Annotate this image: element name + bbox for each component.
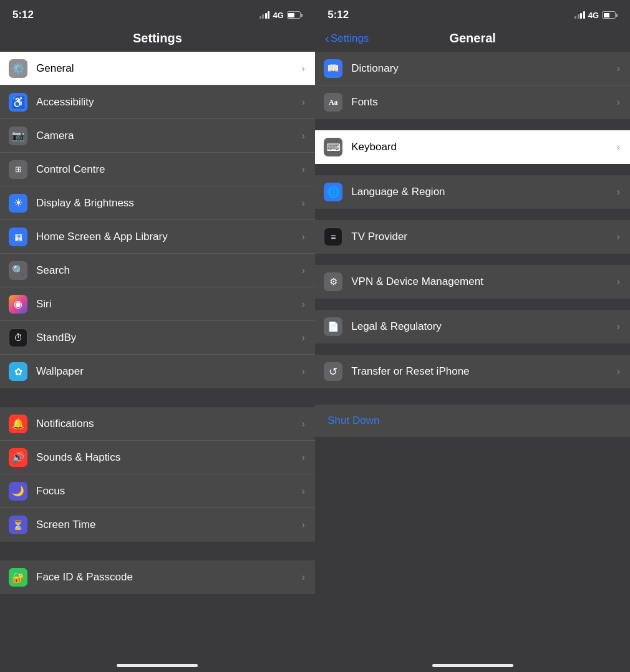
settings-item-vpn[interactable]: ⚙ VPN & Device Management › [315,265,630,299]
control-centre-chevron: › [301,164,304,175]
right-home-bar [432,664,513,667]
accessibility-icon: ♿ [9,93,27,112]
left-section-3: 🔐 Face ID & Passcode › [0,560,315,594]
left-settings-list: ⚙️ General › ♿ Accessibility › 📷 Camera … [0,52,315,651]
back-chevron-icon: ‹ [325,32,329,44]
settings-item-wallpaper[interactable]: ✿ Wallpaper › [0,355,315,388]
siri-chevron: › [301,299,304,310]
settings-item-display[interactable]: ☀ Display & Brightness › [0,186,315,220]
settings-item-standby[interactable]: ⏱ StandBy › [0,321,315,355]
settings-item-home-screen[interactable]: ▦ Home Screen & App Library › [0,220,315,254]
settings-item-fonts[interactable]: Aa Fonts › [315,85,630,119]
face-id-icon: 🔐 [9,568,27,587]
legal-label: Legal & Regulatory [351,320,616,333]
search-icon: 🔍 [9,261,27,280]
fonts-chevron: › [617,97,620,108]
wallpaper-chevron: › [301,366,304,377]
face-id-label: Face ID & Passcode [36,571,301,583]
focus-icon: 🌙 [9,482,27,501]
left-nav-header: Settings [0,26,315,52]
left-divider-1 [0,390,315,407]
right-nav-title: General [449,31,495,46]
right-nav-header: ‹ Settings General [315,26,630,52]
settings-item-sounds[interactable]: 🔊 Sounds & Haptics › [0,441,315,474]
shutdown-label: Shut Down [327,415,379,426]
dictionary-icon: 📖 [324,59,342,78]
notifications-label: Notifications [36,418,301,430]
accessibility-chevron: › [301,97,304,108]
settings-item-face-id[interactable]: 🔐 Face ID & Passcode › [0,560,315,594]
tv-provider-icon: ≡ [324,228,342,246]
siri-label: Siri [36,298,301,310]
settings-item-transfer-reset[interactable]: ↺ Transfer or Reset iPhone › [315,355,630,388]
standby-icon: ⏱ [9,329,27,347]
display-chevron: › [301,198,304,209]
settings-item-camera[interactable]: 📷 Camera › [0,119,315,153]
settings-item-notifications[interactable]: 🔔 Notifications › [0,407,315,441]
home-screen-chevron: › [301,231,304,242]
left-time: 5:12 [12,9,34,21]
right-section-7: ↺ Transfer or Reset iPhone › [315,355,630,388]
right-time: 5:12 [327,9,349,21]
right-divider-1 [315,120,630,130]
settings-item-language[interactable]: 🌐 Language & Region › [315,175,630,209]
right-panel: 5:12 4G ‹ Settings General 📖 [315,0,630,672]
notifications-chevron: › [301,418,304,430]
right-section-1: 📖 Dictionary › Aa Fonts › [315,52,630,119]
keyboard-label: Keyboard [351,141,616,153]
settings-item-siri[interactable]: ◉ Siri › [0,287,315,321]
right-section-2: ⌨ Keyboard › [315,130,630,164]
vpn-chevron: › [617,276,620,287]
legal-chevron: › [617,321,620,332]
right-section-4: ≡ TV Provider › [315,220,630,254]
notifications-icon: 🔔 [9,415,27,433]
settings-item-control-centre[interactable]: ⊞ Control Centre › [0,153,315,186]
settings-item-dictionary[interactable]: 📖 Dictionary › [315,52,630,85]
tv-provider-label: TV Provider [351,231,616,243]
right-divider-5 [315,300,630,310]
focus-chevron: › [301,486,304,497]
wallpaper-label: Wallpaper [36,365,301,378]
keyboard-chevron: › [617,142,620,153]
left-panel: 5:12 4G Settings ⚙️ General › [0,0,315,672]
general-chevron: › [301,63,304,74]
right-status-icons: 4G [574,11,618,20]
left-nav-title: Settings [133,31,182,46]
shutdown-item[interactable]: Shut Down [315,405,630,437]
vpn-icon: ⚙ [324,272,342,291]
right-section-5: ⚙ VPN & Device Management › [315,265,630,299]
home-screen-label: Home Screen & App Library [36,231,301,243]
settings-item-general[interactable]: ⚙️ General › [0,52,315,85]
screen-time-chevron: › [301,519,304,530]
vpn-label: VPN & Device Management [351,276,616,288]
legal-icon: 📄 [324,317,342,336]
back-label: Settings [331,32,369,45]
settings-item-screen-time[interactable]: ⏳ Screen Time › [0,508,315,542]
settings-item-accessibility[interactable]: ♿ Accessibility › [0,85,315,119]
sounds-icon: 🔊 [9,448,27,467]
fonts-icon: Aa [324,93,342,112]
settings-item-focus[interactable]: 🌙 Focus › [0,474,315,508]
right-divider-7 [315,390,630,405]
language-icon: 🌐 [324,183,342,201]
standby-chevron: › [301,332,304,343]
siri-icon: ◉ [9,295,27,314]
left-home-bar [117,664,198,667]
dictionary-chevron: › [617,63,620,74]
left-divider-2 [0,543,315,560]
language-chevron: › [617,186,620,198]
transfer-chevron: › [617,366,620,377]
settings-item-search[interactable]: 🔍 Search › [0,254,315,287]
signal-icon [259,11,270,19]
settings-item-keyboard[interactable]: ⌨ Keyboard › [315,130,630,164]
camera-icon: 📷 [9,127,27,145]
right-home-indicator [315,651,630,672]
settings-item-legal[interactable]: 📄 Legal & Regulatory › [315,310,630,343]
keyboard-icon: ⌨ [324,138,342,156]
back-button[interactable]: ‹ Settings [325,32,369,45]
face-id-chevron: › [301,572,304,583]
settings-item-tv-provider[interactable]: ≡ TV Provider › [315,220,630,254]
transfer-label: Transfer or Reset iPhone [351,365,616,378]
tv-provider-chevron: › [617,231,620,242]
display-label: Display & Brightness [36,197,301,209]
